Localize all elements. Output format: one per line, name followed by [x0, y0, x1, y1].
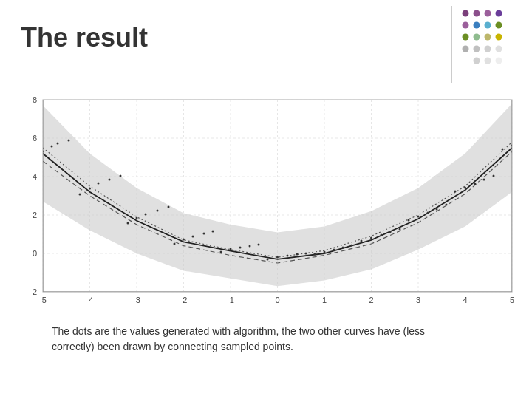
svg-point-73 [324, 251, 326, 253]
svg-point-72 [287, 255, 289, 257]
dot-grid-decoration [451, 6, 525, 72]
svg-point-6 [485, 22, 491, 29]
svg-point-13 [474, 46, 480, 52]
svg-text:3: 3 [416, 296, 420, 304]
chart-area: 8 6 4 2 0 -2 -5 -4 -3 -2 -1 0 1 2 3 4 5 [13, 96, 519, 310]
svg-point-18 [496, 58, 502, 64]
svg-text:0: 0 [33, 249, 37, 258]
svg-point-58 [89, 188, 91, 190]
svg-point-70 [276, 256, 279, 259]
svg-point-106 [493, 175, 495, 177]
svg-point-66 [192, 236, 194, 238]
svg-point-84 [474, 183, 477, 185]
svg-point-99 [342, 247, 344, 249]
svg-point-96 [258, 244, 260, 246]
svg-point-4 [463, 22, 469, 29]
svg-point-57 [51, 146, 53, 148]
svg-point-2 [485, 10, 491, 17]
svg-point-16 [474, 58, 480, 64]
svg-point-98 [305, 253, 307, 255]
svg-point-68 [220, 251, 222, 253]
chart-caption: The dots are the values generated with a… [52, 324, 466, 355]
svg-point-67 [230, 248, 232, 250]
svg-point-78 [381, 234, 383, 236]
svg-point-93 [203, 233, 205, 235]
svg-text:2: 2 [369, 296, 373, 304]
svg-text:2: 2 [33, 211, 37, 219]
svg-point-101 [389, 231, 392, 233]
svg-text:8: 8 [33, 96, 37, 104]
svg-text:1: 1 [322, 296, 327, 304]
svg-point-69 [239, 247, 242, 249]
svg-point-11 [496, 34, 502, 41]
svg-point-105 [483, 179, 485, 181]
svg-point-12 [463, 46, 469, 52]
svg-point-71 [267, 259, 269, 261]
svg-point-64 [183, 239, 185, 241]
svg-point-95 [249, 245, 251, 248]
svg-point-103 [436, 208, 438, 211]
svg-point-86 [502, 149, 504, 151]
svg-point-14 [485, 46, 491, 52]
svg-text:-2: -2 [180, 296, 188, 304]
svg-text:-4: -4 [86, 296, 94, 304]
svg-point-3 [496, 10, 502, 17]
svg-point-10 [485, 34, 491, 41]
svg-text:4: 4 [463, 296, 467, 304]
svg-text:-2: -2 [30, 287, 37, 296]
svg-point-87 [57, 143, 59, 145]
svg-point-104 [446, 204, 448, 206]
svg-point-76 [370, 237, 372, 239]
svg-point-63 [145, 214, 147, 216]
svg-text:4: 4 [33, 172, 37, 181]
svg-point-17 [485, 58, 491, 64]
svg-point-74 [314, 253, 316, 256]
svg-point-15 [496, 46, 502, 52]
svg-point-5 [474, 22, 480, 29]
svg-point-60 [79, 194, 81, 196]
svg-point-9 [474, 34, 480, 41]
svg-point-100 [351, 245, 353, 247]
svg-point-102 [399, 228, 401, 231]
svg-point-82 [464, 187, 466, 189]
svg-text:6: 6 [33, 134, 37, 143]
svg-text:5: 5 [510, 296, 514, 304]
svg-point-75 [333, 249, 335, 251]
svg-point-77 [361, 240, 363, 242]
svg-point-90 [120, 175, 122, 177]
svg-point-62 [127, 222, 129, 225]
svg-text:-3: -3 [133, 296, 140, 304]
page-title: The result [21, 22, 148, 53]
svg-point-65 [174, 243, 176, 245]
svg-point-8 [463, 34, 469, 41]
svg-text:-1: -1 [227, 296, 234, 304]
svg-point-91 [157, 210, 159, 212]
svg-point-81 [427, 212, 429, 214]
svg-point-0 [463, 10, 469, 17]
svg-text:-5: -5 [39, 296, 47, 304]
svg-point-89 [109, 179, 111, 181]
svg-point-79 [417, 216, 420, 218]
svg-point-59 [98, 183, 100, 185]
svg-point-1 [474, 10, 480, 17]
svg-point-94 [212, 231, 214, 233]
svg-point-92 [168, 206, 170, 208]
svg-text:0: 0 [275, 296, 279, 304]
svg-point-7 [496, 22, 502, 29]
svg-point-97 [296, 253, 299, 256]
svg-point-80 [408, 219, 410, 222]
svg-point-88 [68, 140, 70, 142]
svg-point-61 [136, 217, 138, 219]
svg-point-83 [454, 191, 457, 193]
